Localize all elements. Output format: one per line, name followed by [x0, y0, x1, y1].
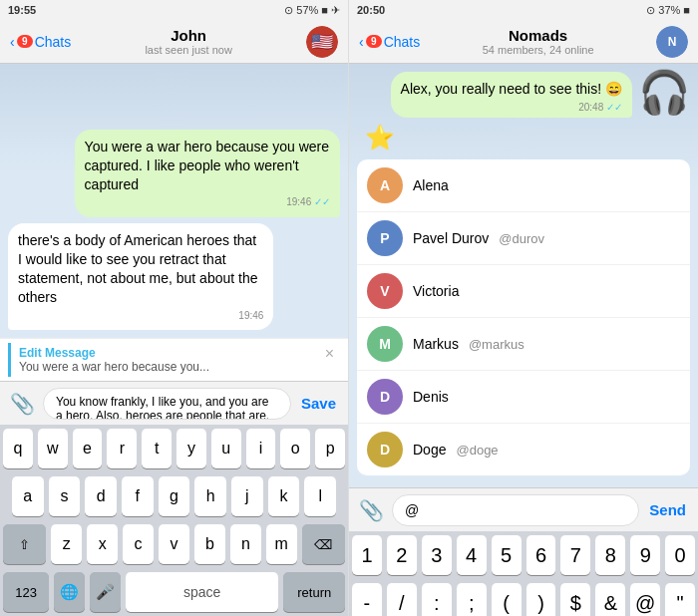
member-item-2[interactable]: P Pavel Durov @durov: [357, 212, 690, 265]
attach-icon-right[interactable]: 📎: [355, 498, 388, 522]
key-row-3: ⇧ z x c v b n m ⌫: [0, 520, 348, 568]
key-w[interactable]: w: [38, 429, 68, 468]
member-item-4[interactable]: M Markus @markus: [357, 318, 690, 371]
member-item-1[interactable]: A Alena: [357, 159, 690, 212]
key-slash[interactable]: /: [387, 583, 417, 616]
num-switch-key[interactable]: 123: [3, 572, 49, 612]
time-left: 19:55: [8, 4, 36, 16]
key-m[interactable]: m: [266, 524, 297, 564]
key-k[interactable]: k: [268, 476, 300, 516]
member-item-5[interactable]: D Denis: [357, 371, 690, 424]
badge-left: 9: [17, 35, 33, 48]
key-n[interactable]: n: [230, 524, 261, 564]
key-d[interactable]: d: [85, 476, 117, 516]
key-y[interactable]: y: [176, 429, 206, 468]
member-item-6[interactable]: D Doge @doge: [357, 424, 690, 475]
attach-icon-left[interactable]: 📎: [6, 392, 39, 416]
send-button-right[interactable]: Send: [643, 501, 692, 518]
key-at[interactable]: @: [630, 583, 660, 616]
key-amp[interactable]: &: [595, 583, 625, 616]
key-p[interactable]: p: [315, 429, 345, 468]
key-j[interactable]: j: [231, 476, 263, 516]
key-v[interactable]: v: [159, 524, 189, 564]
bubble-meta-2: 19:46: [18, 309, 263, 323]
member-name-6: Doge: [413, 442, 446, 458]
key-row-1: q w e r t y u i o p: [0, 425, 348, 472]
key-dash[interactable]: -: [352, 583, 382, 616]
key-t[interactable]: t: [142, 429, 172, 468]
input-bar-left: 📎 You know frankly, I like you, and you …: [0, 381, 348, 425]
key-i[interactable]: i: [246, 429, 276, 468]
back-button-right[interactable]: ‹ 9 Chats: [359, 34, 420, 50]
member-list: A Alena P Pavel Durov @durov V Victoria …: [357, 159, 690, 475]
key-6[interactable]: 6: [526, 535, 556, 575]
badge-right: 9: [366, 35, 382, 48]
bubble-text-1: You were a war hero because you were cap…: [85, 139, 329, 192]
member-name-1: Alena: [413, 177, 449, 193]
check-icon-right: ✓✓: [606, 102, 622, 113]
member-name-4: Markus: [413, 336, 459, 352]
shift-key[interactable]: ⇧: [3, 524, 46, 564]
key-o[interactable]: o: [280, 429, 310, 468]
key-g[interactable]: g: [159, 476, 190, 516]
message-input-left[interactable]: You know frankly, I like you, and you ar…: [43, 388, 291, 420]
key-h[interactable]: h: [194, 476, 226, 516]
key-b[interactable]: b: [194, 524, 225, 564]
key-3[interactable]: 3: [422, 535, 452, 575]
keyboard-right: 1 2 3 4 5 6 7 8 9 0 - / : ; ( ) $ & @ " …: [349, 531, 698, 616]
key-a[interactable]: a: [12, 476, 44, 516]
key-q[interactable]: q: [3, 429, 33, 468]
key-rparen[interactable]: ): [526, 583, 556, 616]
key-f[interactable]: f: [122, 476, 154, 516]
key-l[interactable]: l: [304, 476, 336, 516]
key-c[interactable]: c: [123, 524, 154, 564]
key-e[interactable]: e: [73, 429, 103, 468]
key-quote[interactable]: ": [665, 583, 695, 616]
key-9[interactable]: 9: [630, 535, 660, 575]
chat-bg-left: You were a war hero because you were cap…: [0, 64, 348, 338]
key-4[interactable]: 4: [457, 535, 487, 575]
key-colon[interactable]: :: [422, 583, 452, 616]
key-5[interactable]: 5: [492, 535, 522, 575]
space-key-left[interactable]: space: [126, 572, 279, 612]
status-icons-left: ⊙ 57% ■ ✈: [284, 4, 340, 17]
time-right: 20:50: [357, 4, 385, 16]
member-avatar-1: A: [367, 167, 403, 203]
contact-avatar[interactable]: 🇺🇸: [306, 26, 338, 58]
message-input-right[interactable]: [392, 494, 639, 526]
group-avatar[interactable]: N: [656, 26, 688, 58]
left-panel: 19:55 ⊙ 57% ■ ✈ ‹ 9 Chats John last seen…: [0, 0, 349, 616]
key-x[interactable]: x: [87, 524, 118, 564]
battery-icon-left: ⊙ 57% ■: [284, 4, 328, 17]
key-1[interactable]: 1: [352, 535, 382, 575]
key-u[interactable]: u: [211, 429, 241, 468]
key-r[interactable]: r: [107, 429, 137, 468]
mic-key-left[interactable]: 🎤: [90, 572, 121, 612]
bubble-incoming-1: there's a body of American heroes that I…: [8, 223, 273, 330]
avatar-image-left: 🇺🇸: [306, 26, 338, 58]
globe-key-left[interactable]: 🌐: [54, 572, 85, 612]
outgoing-text-right: Alex, you really need to see this! 😄: [401, 81, 622, 97]
key-semicolon[interactable]: ;: [457, 583, 487, 616]
key-0[interactable]: 0: [665, 535, 695, 575]
key-lparen[interactable]: (: [492, 583, 522, 616]
key-8[interactable]: 8: [595, 535, 625, 575]
key-2[interactable]: 2: [387, 535, 417, 575]
save-button-left[interactable]: Save: [295, 395, 342, 412]
key-dollar[interactable]: $: [560, 583, 590, 616]
key-7[interactable]: 7: [560, 535, 590, 575]
backspace-key[interactable]: ⌫: [302, 524, 345, 564]
member-handle-2: @durov: [499, 231, 544, 246]
key-row-2: a s d f g h j k l: [0, 472, 348, 520]
outgoing-msg-right: Alex, you really need to see this! 😄 20:…: [357, 72, 690, 118]
key-s[interactable]: s: [49, 476, 81, 516]
return-key-left[interactable]: return: [283, 572, 345, 612]
member-item-3[interactable]: V Victoria: [357, 265, 690, 318]
bubble-meta-1: 19:46 ✓✓: [85, 195, 330, 209]
close-icon[interactable]: ×: [325, 345, 334, 363]
status-icons-right: ⊙ 37% ■: [646, 4, 690, 17]
status-bar-left: 19:55 ⊙ 57% ■ ✈: [0, 0, 348, 20]
key-z[interactable]: z: [51, 524, 82, 564]
member-avatar-4: M: [367, 326, 403, 362]
back-button-left[interactable]: ‹ 9 Chats: [10, 34, 71, 50]
